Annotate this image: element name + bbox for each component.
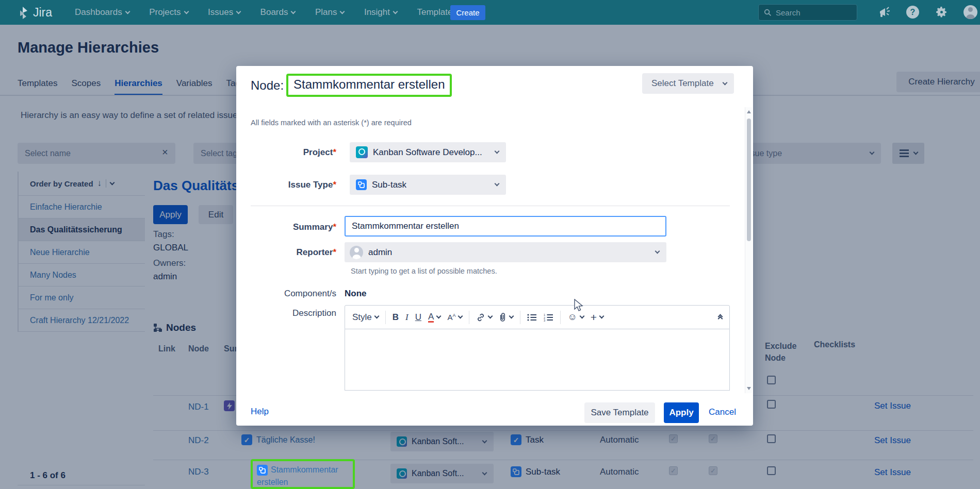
save-template-button[interactable]: Save Template [584,402,655,423]
insert-more-dropdown[interactable]: + [591,311,603,324]
divider [469,311,469,324]
scrollbar-thumb[interactable] [747,119,751,241]
reporter-label: Reporter* [251,247,336,258]
editor-toolbar: Style B I U A AA 123 ☺ + [345,305,730,329]
description-label: Description [251,308,336,318]
jira-logo[interactable]: Jira [17,6,52,20]
reporter-avatar [350,246,363,259]
numbered-list-icon: 123 [544,313,553,322]
underline-button[interactable]: U [415,312,421,323]
nav-insight[interactable]: Insight [364,7,397,18]
node-edit-modal: Node: Stammkommentar erstellen Select Te… [236,66,753,426]
scroll-up-icon[interactable] [747,110,751,113]
jira-logo-text: Jira [33,6,52,20]
collapse-toolbar-button[interactable] [718,314,722,321]
chevron-down-icon [436,314,442,319]
project-field-dropdown[interactable]: Kanban Software Develop... [350,142,506,162]
nav-projects[interactable]: Projects [149,7,188,18]
chevron-down-icon [340,9,345,14]
chevron-down-icon [125,9,130,14]
attachment-dropdown[interactable] [499,312,513,322]
chevron-down-icon [184,9,189,14]
chevron-down-icon [374,314,379,319]
required-note: All fields marked with an asterisk (*) a… [251,119,412,127]
chevron-down-icon [291,9,296,14]
top-nav: Jira Dashboards Projects Issues Boards P… [0,0,980,25]
screen: Jira Dashboards Projects Issues Boards P… [0,0,980,489]
emoji-icon: ☺ [567,312,577,323]
user-avatar[interactable] [963,5,977,19]
modal-title-prefix: Node: [251,78,284,93]
apply-button[interactable]: Apply [664,402,699,423]
help-link[interactable]: Help [251,407,269,417]
chevron-down-icon [723,80,728,85]
nav-plans[interactable]: Plans [315,7,345,18]
chevron-down-icon [495,181,500,187]
divider [520,311,520,324]
cancel-link[interactable]: Cancel [709,407,736,417]
gear-icon[interactable] [935,6,948,19]
select-template-dropdown[interactable]: Select Template [642,73,734,94]
jira-logo-icon [17,6,29,20]
link-dropdown[interactable] [476,313,492,322]
chevron-down-icon [393,9,398,14]
help-icon[interactable]: ? [906,6,919,19]
nav-boards[interactable]: Boards [260,7,296,18]
reporter-help-text: Start typing to get a list of possible m… [351,267,497,275]
mouse-cursor [574,299,585,312]
modal-title-highlight: Stammkommentar erstellen [286,74,452,97]
search-box[interactable] [758,4,857,21]
project-label: Project* [251,147,336,158]
megaphone-icon[interactable] [878,6,891,19]
svg-text:3: 3 [544,319,545,322]
summary-input[interactable] [345,216,666,237]
link-icon [476,313,485,322]
summary-label: Summary* [251,222,336,232]
node-summary-link[interactable]: Stammkommentar erstellen [257,465,338,486]
scroll-down-icon[interactable] [747,387,751,390]
chevron-down-icon [458,314,463,319]
style-dropdown[interactable]: Style [352,312,379,323]
search-icon [764,9,772,16]
description-textarea[interactable] [345,329,730,391]
reporter-field-dropdown[interactable]: admin [345,242,666,262]
nav-dashboards[interactable]: Dashboards [75,7,129,18]
chevron-down-icon [236,9,241,14]
bullet-list-button[interactable] [527,313,537,322]
numbered-list-button[interactable]: 123 [544,313,553,322]
divider [560,311,561,324]
paperclip-icon [499,312,507,322]
components-value: None [345,289,367,299]
project-avatar-icon [356,146,368,158]
subtask-icon [356,179,367,190]
divider [251,206,730,206]
bullet-list-icon [527,313,537,322]
search-input[interactable] [776,8,843,17]
nav-menu: Dashboards Projects Issues Boards Plans … [75,7,482,18]
chevron-down-icon [579,314,584,319]
issue-type-field-dropdown[interactable]: Sub-task [350,175,506,195]
text-color-dropdown[interactable]: A [428,312,440,323]
chevron-down-icon [495,149,500,154]
emoji-dropdown[interactable]: ☺ [567,312,583,323]
modal-title: Node: Stammkommentar erstellen [251,74,452,97]
chevron-down-icon [509,314,514,319]
create-button[interactable]: Create [450,5,485,20]
chevron-down-icon [488,314,493,319]
bold-button[interactable]: B [393,312,399,323]
nd3-summary-annotation[interactable]: Stammkommentar erstellen [251,459,355,489]
subtask-icon [257,465,268,476]
italic-button[interactable]: I [405,312,409,323]
chevron-down-icon [599,314,605,319]
divider [385,311,386,324]
text-format-dropdown[interactable]: AA [447,313,462,322]
components-label: Component/s [251,289,336,299]
issue-type-label: Issue Type* [251,180,336,190]
nav-issues[interactable]: Issues [208,7,240,18]
chevron-down-icon [655,249,660,254]
modal-scrollbar[interactable] [745,107,752,393]
